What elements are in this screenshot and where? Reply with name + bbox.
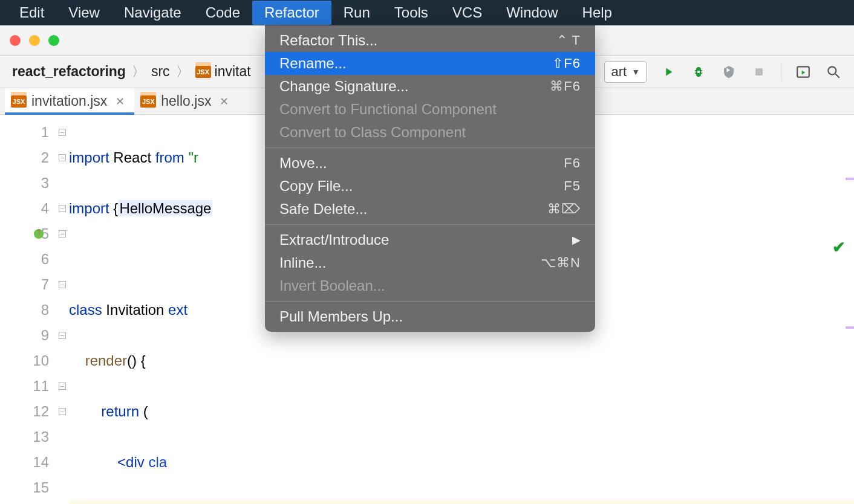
menu-refactor[interactable]: Refactor xyxy=(252,1,331,25)
dd-label: Copy File... xyxy=(279,178,353,195)
line-number: 15 xyxy=(0,475,49,500)
code-line: render() { xyxy=(69,348,854,373)
dd-move[interactable]: Move...F6 xyxy=(265,152,595,175)
dd-inline[interactable]: Inline...⌥⌘N xyxy=(265,251,595,274)
line-number: 2 xyxy=(0,145,49,170)
line-number: 11 xyxy=(0,373,49,399)
dd-convert-functional: Convert to Functional Component xyxy=(265,98,595,121)
tab-label: invitation.jsx xyxy=(31,93,107,109)
scrollbar-marker[interactable] xyxy=(846,178,854,180)
stop-button[interactable] xyxy=(751,63,768,80)
dd-label: Change Signature... xyxy=(279,78,408,95)
breadcrumb: react_refactoring 〉 src 〉 JSX invitat xyxy=(12,63,251,81)
breadcrumb-project[interactable]: react_refactoring xyxy=(12,63,126,80)
line-number-gutter: 1 2 3 4 5 6 7 8 9 10 11 12 13 14 15 ↑ xyxy=(0,115,56,504)
menu-tools[interactable]: Tools xyxy=(382,1,440,25)
run-coverage-button[interactable] xyxy=(720,63,737,80)
fold-toggle[interactable] xyxy=(59,408,66,415)
refactor-dropdown: Refactor This...⌃ T Rename...⇧F6 Change … xyxy=(265,25,595,332)
fold-toggle[interactable] xyxy=(59,205,66,212)
tab-hello[interactable]: JSX hello.jsx ✕ xyxy=(134,88,238,114)
dd-shortcut: F5 xyxy=(564,178,581,194)
dd-label: Move... xyxy=(279,155,327,172)
menu-vcs[interactable]: VCS xyxy=(440,1,494,25)
fold-toggle[interactable] xyxy=(59,129,66,136)
fold-toggle[interactable] xyxy=(59,332,66,339)
code-line: <Hel xyxy=(69,500,854,504)
dd-label: Invert Boolean... xyxy=(279,277,385,294)
chevron-down-icon: ▼ xyxy=(631,67,640,77)
breadcrumb-file[interactable]: JSX invitat xyxy=(195,63,251,80)
search-button[interactable] xyxy=(825,63,842,80)
svg-point-2 xyxy=(828,66,836,74)
fold-toggle[interactable] xyxy=(59,154,66,161)
line-number: 6 xyxy=(0,247,49,272)
submenu-arrow-icon: ▶ xyxy=(572,233,581,247)
run-config-selector[interactable]: art ▼ xyxy=(604,61,647,83)
fold-toggle[interactable] xyxy=(59,383,66,390)
dd-separator xyxy=(265,301,595,302)
dd-shortcut: F6 xyxy=(564,155,581,171)
line-number: 1 xyxy=(0,120,49,145)
menu-run[interactable]: Run xyxy=(331,1,382,25)
minimize-window-button[interactable] xyxy=(29,35,40,46)
tab-label: hello.jsx xyxy=(161,93,211,109)
close-tab-icon[interactable]: ✕ xyxy=(220,95,229,108)
dd-extract-introduce[interactable]: Extract/Introduce▶ xyxy=(265,228,595,251)
dd-shortcut: ⌘⌦ xyxy=(547,201,581,217)
line-number: 14 xyxy=(0,450,49,475)
close-window-button[interactable] xyxy=(10,35,21,46)
line-number: 4 xyxy=(0,196,49,221)
breadcrumb-folder[interactable]: src xyxy=(151,63,170,80)
line-number: 7 xyxy=(0,272,49,297)
menubar: Edit View Navigate Code Refactor Run Too… xyxy=(0,0,854,25)
debug-button[interactable] xyxy=(690,63,707,80)
dd-shortcut: ⌘F6 xyxy=(550,79,581,94)
dd-refactor-this[interactable]: Refactor This...⌃ T xyxy=(265,29,595,52)
line-number: 13 xyxy=(0,424,49,450)
breadcrumb-file-label: invitat xyxy=(215,63,251,80)
dd-convert-class: Convert to Class Component xyxy=(265,121,595,144)
run-button[interactable] xyxy=(660,63,677,80)
breadcrumb-separator-icon: 〉 xyxy=(132,63,145,81)
menu-window[interactable]: Window xyxy=(494,1,570,25)
toolbar-separator xyxy=(781,62,781,82)
menu-edit[interactable]: Edit xyxy=(7,1,56,25)
dd-label: Convert to Class Component xyxy=(279,124,466,141)
dd-separator xyxy=(265,147,595,148)
dd-safe-delete[interactable]: Safe Delete...⌘⌦ xyxy=(265,198,595,221)
line-number: 8 xyxy=(0,297,49,323)
menu-help[interactable]: Help xyxy=(570,1,624,25)
jsx-file-icon: JSX xyxy=(195,66,211,78)
fold-toggle[interactable] xyxy=(59,230,66,237)
dd-shortcut: ⇧F6 xyxy=(552,56,581,71)
menu-code[interactable]: Code xyxy=(194,1,252,25)
dd-label: Refactor This... xyxy=(279,32,377,49)
menu-navigate[interactable]: Navigate xyxy=(112,1,194,25)
code-line: return ( xyxy=(69,399,854,424)
jsx-file-icon: JSX xyxy=(140,95,156,108)
dd-shortcut: ⌃ T xyxy=(556,33,581,48)
gutter-implement-icon[interactable]: ↑ xyxy=(28,221,44,237)
dd-label: Extract/Introduce xyxy=(279,231,389,248)
inspection-ok-icon[interactable]: ✔ xyxy=(832,234,846,260)
dd-change-signature[interactable]: Change Signature...⌘F6 xyxy=(265,75,595,98)
fold-column xyxy=(56,115,69,504)
run-anything-button[interactable] xyxy=(795,63,812,80)
svg-line-3 xyxy=(835,74,839,78)
dd-label: Inline... xyxy=(279,254,326,271)
menu-view[interactable]: View xyxy=(56,1,112,25)
dd-copy-file[interactable]: Copy File...F5 xyxy=(265,175,595,198)
scrollbar-marker[interactable] xyxy=(846,326,854,329)
dd-rename[interactable]: Rename...⇧F6 xyxy=(265,52,595,75)
close-tab-icon[interactable]: ✕ xyxy=(116,95,125,108)
line-number: 3 xyxy=(0,170,49,196)
fold-toggle[interactable] xyxy=(59,281,66,288)
dd-invert-boolean: Invert Boolean... xyxy=(265,274,595,297)
dd-label: Pull Members Up... xyxy=(279,308,403,325)
dd-pull-members-up[interactable]: Pull Members Up... xyxy=(265,305,595,328)
dd-separator xyxy=(265,224,595,225)
dd-shortcut: ⌥⌘N xyxy=(541,255,581,271)
maximize-window-button[interactable] xyxy=(48,35,59,46)
tab-invitation[interactable]: JSX invitation.jsx ✕ xyxy=(5,88,134,114)
